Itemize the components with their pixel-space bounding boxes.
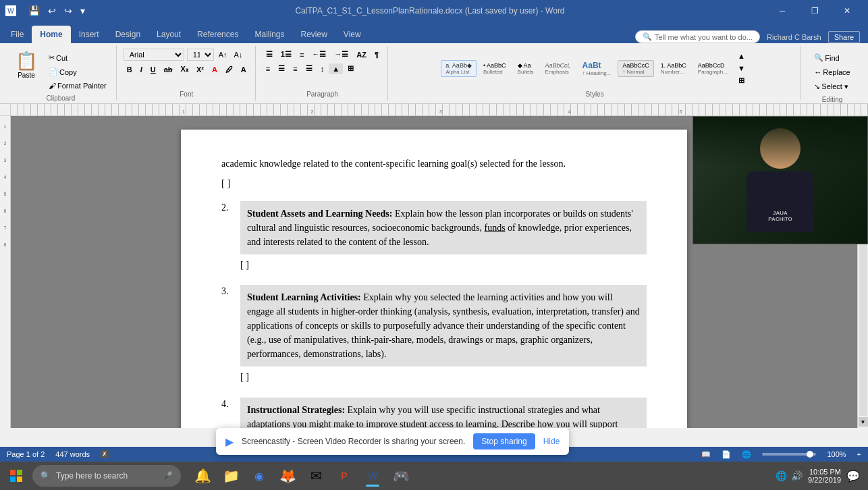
date: 9/22/2019: [808, 476, 841, 484]
view-read-btn[interactable]: 📖: [701, 450, 711, 459]
text-color-btn[interactable]: A: [209, 64, 221, 75]
styles-more-btn[interactable]: ⊞: [734, 75, 749, 86]
font-grow-btn[interactable]: A↑: [217, 50, 229, 59]
tab-view[interactable]: View: [335, 26, 369, 43]
doc-item-3: 3. Student Learning Activities: Explain …: [221, 285, 647, 384]
paste-btn[interactable]: 📋 Paste: [11, 49, 42, 92]
start-btn[interactable]: [3, 464, 30, 488]
restore-btn[interactable]: ❐: [799, 0, 830, 22]
word-count: 447 words: [55, 450, 90, 458]
line-spacing-btn[interactable]: ↕: [317, 63, 328, 74]
find-btn[interactable]: 🔍 Find: [810, 51, 854, 64]
underline-btn[interactable]: U: [147, 64, 159, 75]
status-right: 📖 📄 🌐 100% +: [701, 450, 861, 459]
superscript-btn[interactable]: X²: [193, 64, 207, 75]
select-btn[interactable]: ↘ Select ▾: [810, 80, 854, 93]
webcam-video: JAUAPACHITO: [693, 117, 867, 244]
decrease-indent-btn[interactable]: ←☰: [308, 49, 329, 60]
styles-up-btn[interactable]: ▲: [734, 51, 749, 61]
clock[interactable]: 10:05 PM 9/22/2019: [808, 468, 841, 484]
zoom-level[interactable]: 100%: [827, 450, 846, 458]
network-icon[interactable]: 🌐: [776, 470, 787, 481]
style-alpha-list[interactable]: a. AaBb◆ Alpha List: [441, 60, 477, 77]
taskbar-file-explorer[interactable]: 📁: [217, 464, 244, 488]
volume-icon[interactable]: 🔊: [791, 470, 803, 481]
taskbar-cortana[interactable]: 🔔: [189, 464, 216, 488]
taskbar-firefox[interactable]: 🦊: [274, 464, 301, 488]
align-right-btn[interactable]: ≡: [290, 63, 300, 74]
tab-file[interactable]: File: [3, 26, 32, 43]
hide-btn[interactable]: Hide: [543, 437, 560, 446]
replace-btn[interactable]: ↔ Replace: [810, 66, 854, 78]
doc-item-2-title: Student Assets and Learning Needs:: [247, 209, 392, 219]
left-ruler: 1 2 3 4 5 6 7 8: [0, 116, 11, 428]
show-marks-btn[interactable]: ¶: [371, 49, 382, 60]
multilevel-btn[interactable]: ≡: [296, 49, 307, 60]
style-normal[interactable]: AaBbCcC ↑ Normal: [618, 60, 654, 77]
bullets-btn[interactable]: ☰: [263, 49, 276, 60]
tell-me-input[interactable]: 🔍 Tell me what you want to do...: [635, 30, 760, 43]
style-paragraph[interactable]: AaBbCcD Paragraph...: [693, 60, 732, 77]
doc-item-2-num: 2.: [221, 201, 234, 272]
zoom-slider[interactable]: [762, 453, 816, 456]
shading-btn[interactable]: ▲: [329, 63, 343, 74]
font-name-select[interactable]: Arial: [124, 49, 184, 61]
tab-layout[interactable]: Layout: [148, 26, 189, 43]
zoom-in-btn[interactable]: +: [857, 450, 861, 458]
align-left-btn[interactable]: ≡: [263, 63, 273, 74]
svg-rect-1: [17, 470, 22, 475]
taskbar-search[interactable]: 🔍 Type here to search 🎤: [32, 465, 181, 487]
taskbar-game[interactable]: 🎮: [387, 464, 414, 488]
tab-design[interactable]: Design: [107, 26, 148, 43]
taskbar-word[interactable]: W: [359, 464, 386, 488]
page-indicator: Page 1 of 2: [7, 450, 45, 458]
editing-label: Editing: [822, 93, 843, 103]
styles-down-btn[interactable]: ▼: [734, 63, 749, 74]
undo-qat-btn[interactable]: ↩: [45, 4, 59, 18]
tab-home[interactable]: Home: [32, 26, 70, 43]
taskbar-mail[interactable]: ✉: [302, 464, 329, 488]
format-painter-btn[interactable]: 🖌 Format Painter: [45, 80, 111, 92]
scroll-down-btn[interactable]: ▼: [859, 417, 868, 427]
style-emphasis[interactable]: AaBbCcL Emphasis: [541, 60, 576, 77]
font-shrink-btn[interactable]: A↓: [232, 50, 245, 59]
style-heading[interactable]: AaBt ↑ Heading...: [578, 59, 616, 78]
stop-sharing-btn[interactable]: Stop sharing: [473, 433, 535, 450]
minimize-btn[interactable]: ─: [767, 0, 798, 22]
font-color-btn[interactable]: A: [238, 64, 250, 75]
copy-btn[interactable]: 📄 Copy: [45, 65, 111, 78]
subscript-btn[interactable]: X₂: [178, 63, 192, 75]
style-number[interactable]: 1. AaBbC Number...: [656, 60, 691, 77]
style-bulleted[interactable]: • AaBbC Bulleted: [479, 60, 511, 77]
person-body: [747, 171, 814, 232]
sort-btn[interactable]: AZ: [353, 49, 370, 60]
font-size-select[interactable]: 11: [187, 49, 214, 61]
share-btn[interactable]: Share: [828, 31, 860, 43]
taskbar-powerpoint[interactable]: P: [331, 464, 358, 488]
cut-btn[interactable]: ✂ Cut: [45, 51, 111, 64]
customize-qat-btn[interactable]: ▾: [78, 4, 88, 18]
redo-qat-btn[interactable]: ↪: [61, 4, 75, 18]
tab-references[interactable]: References: [189, 26, 246, 43]
align-center-btn[interactable]: ☰: [275, 63, 288, 74]
tab-review[interactable]: Review: [292, 26, 335, 43]
view-web-btn[interactable]: 🌐: [742, 450, 751, 459]
tab-mailings[interactable]: Mailings: [246, 26, 292, 43]
borders-btn[interactable]: ⊞: [344, 63, 357, 74]
notification-btn[interactable]: 💬: [846, 470, 860, 483]
doc-header-text: academic knowledge related to the conten…: [221, 157, 647, 171]
style-bullets[interactable]: ◆ Aa Bullets: [513, 60, 539, 77]
bold-btn[interactable]: B: [124, 64, 136, 75]
highlight-btn[interactable]: 🖊: [222, 64, 236, 75]
track-changes-btn[interactable]: ✗: [101, 450, 109, 458]
increase-indent-btn[interactable]: →☰: [331, 49, 352, 60]
taskbar-chrome[interactable]: ◉: [246, 464, 273, 488]
italic-btn[interactable]: I: [137, 64, 146, 75]
strikethrough-btn[interactable]: ab: [161, 64, 176, 75]
close-btn[interactable]: ✕: [832, 0, 863, 22]
tab-insert[interactable]: Insert: [71, 26, 107, 43]
view-layout-btn[interactable]: 📄: [722, 450, 731, 459]
save-qat-btn[interactable]: 💾: [26, 4, 43, 18]
numbering-btn[interactable]: 1☰: [277, 49, 295, 60]
justify-btn[interactable]: ☰: [302, 63, 316, 74]
